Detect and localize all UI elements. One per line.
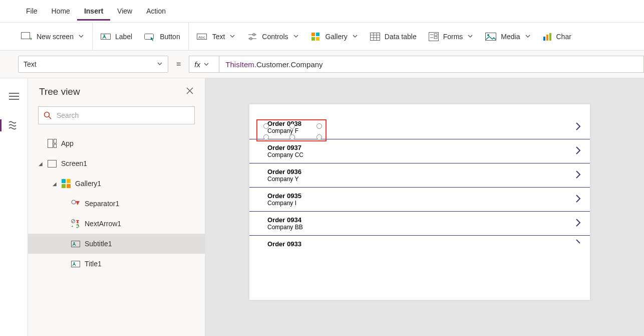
label-icon [71, 240, 80, 248]
main: Tree view Search App ◢ [0, 78, 644, 336]
separator [92, 23, 93, 51]
tree-node-subtitle1[interactable]: Subtitle1 [28, 234, 205, 254]
icons-control-icon: + [71, 219, 80, 228]
separator-icon [71, 200, 80, 208]
chevron-down-icon [467, 33, 473, 41]
formula-bar: Text = fx ThisItem.Customer.Company [0, 51, 644, 78]
svg-rect-24 [486, 33, 496, 40]
menu-insert[interactable]: Insert [77, 2, 110, 21]
chevron-down-icon [229, 33, 235, 41]
menu-view[interactable]: View [110, 2, 139, 21]
order-title: Order 0934 [267, 216, 579, 224]
forms-dropdown[interactable]: Forms [423, 23, 480, 50]
collapse-icon[interactable]: ◢ [38, 161, 43, 166]
gallery-icon [62, 179, 71, 188]
close-panel-button[interactable] [186, 87, 194, 97]
text-input-icon: Abc [197, 33, 208, 41]
tree-node-label: App [61, 139, 74, 147]
svg-rect-13 [316, 37, 319, 41]
data-table-button[interactable]: Data table [364, 23, 423, 50]
menubar: File Home Insert View Action [0, 0, 644, 23]
svg-rect-39 [48, 160, 57, 167]
tree-list: App ◢ Screen1 ◢ Gallery1 Separa [28, 130, 205, 274]
hamburger-button[interactable] [4, 86, 24, 106]
chart-icon [543, 33, 552, 41]
tree-node-label: Title1 [85, 260, 102, 268]
gallery-dropdown[interactable]: Gallery [305, 23, 364, 50]
property-dropdown[interactable]: Text [18, 56, 168, 73]
svg-line-35 [49, 117, 52, 119]
data-table-label: Data table [385, 33, 417, 41]
chevron-down-icon [525, 33, 531, 41]
new-screen-label: New screen [37, 33, 74, 41]
controls-dropdown[interactable]: Controls [241, 23, 304, 50]
chevron-right-icon[interactable] [575, 238, 582, 251]
search-input[interactable]: Search [38, 106, 195, 124]
screen-plus-icon: + [21, 32, 32, 41]
canvas[interactable]: Order 0938 Company F Order 0937 Company … [205, 78, 644, 336]
chevron-down-icon [352, 33, 358, 41]
app-screen[interactable]: Order 0938 Company F Order 0937 Company … [249, 104, 590, 300]
collapse-icon[interactable]: ◢ [52, 181, 57, 187]
svg-rect-42 [62, 184, 66, 188]
new-screen-button[interactable]: + New screen [15, 23, 90, 50]
tree-node-separator1[interactable]: Separator1 [28, 194, 205, 214]
forms-label: Forms [443, 33, 463, 41]
chevron-right-icon[interactable] [575, 145, 582, 158]
svg-rect-21 [434, 34, 437, 36]
svg-rect-48 [72, 241, 80, 247]
tree-node-app[interactable]: App [28, 133, 205, 153]
gallery-item[interactable]: Order 0938 Company F [249, 115, 590, 139]
gallery-item[interactable]: Order 0933 [249, 236, 590, 252]
order-title: Order 0935 [267, 192, 579, 200]
charts-label: Char [556, 33, 571, 41]
label-text: Label [115, 33, 132, 41]
tree-node-screen1[interactable]: ◢ Screen1 [28, 153, 205, 174]
chevron-down-icon [78, 33, 84, 41]
chevron-right-icon[interactable] [575, 121, 582, 134]
svg-rect-26 [543, 37, 545, 41]
tree-node-label: Subtitle1 [85, 240, 112, 248]
text-label: Text [212, 33, 225, 41]
text-dropdown[interactable]: Abc Text [191, 23, 242, 50]
label-icon [101, 32, 111, 41]
tree-node-gallery1[interactable]: ◢ Gallery1 [28, 174, 205, 194]
svg-rect-28 [549, 33, 551, 41]
menu-file[interactable]: File [19, 2, 45, 21]
formula-token-rest: .Customer.Company [254, 60, 323, 69]
tree-node-label: NextArrow1 [85, 220, 121, 228]
label-button[interactable]: Label [95, 23, 138, 50]
media-icon [485, 33, 496, 41]
tree-node-label: Separator1 [85, 200, 119, 208]
chevron-right-icon[interactable] [575, 193, 582, 206]
svg-line-46 [72, 220, 75, 223]
menu-action[interactable]: Action [139, 2, 173, 21]
order-subtitle: Company I [267, 200, 579, 207]
charts-dropdown[interactable]: Char [537, 23, 577, 50]
equals-sign: = [168, 60, 189, 69]
order-subtitle: Company F [267, 127, 579, 134]
property-value: Text [24, 60, 37, 68]
tree-node-title1[interactable]: Title1 [28, 254, 205, 274]
svg-point-44 [72, 200, 76, 204]
formula-input[interactable]: ThisItem.Customer.Company [219, 56, 644, 73]
fx-button[interactable]: fx [189, 56, 219, 73]
gallery-item[interactable]: Order 0937 Company CC [249, 139, 590, 163]
table-icon [370, 33, 380, 41]
gallery-item[interactable]: Order 0935 Company I [249, 188, 590, 212]
chevron-right-icon[interactable] [575, 217, 582, 230]
chevron-right-icon[interactable] [575, 169, 582, 182]
controls-label: Controls [262, 33, 288, 41]
tree-node-nextarrow1[interactable]: + NextArrow1 [28, 214, 205, 234]
left-rail [0, 78, 28, 336]
svg-point-25 [487, 34, 489, 36]
media-dropdown[interactable]: Media [479, 23, 536, 50]
gallery-label: Gallery [326, 33, 348, 41]
gallery-icon [311, 32, 321, 41]
tree-view-rail-button[interactable] [4, 115, 24, 135]
chevron-down-icon [157, 60, 163, 68]
gallery-item[interactable]: Order 0934 Company BB [249, 212, 590, 236]
menu-home[interactable]: Home [45, 2, 77, 21]
gallery-item[interactable]: Order 0936 Company Y [249, 163, 590, 188]
button-control[interactable]: Button [138, 23, 186, 50]
